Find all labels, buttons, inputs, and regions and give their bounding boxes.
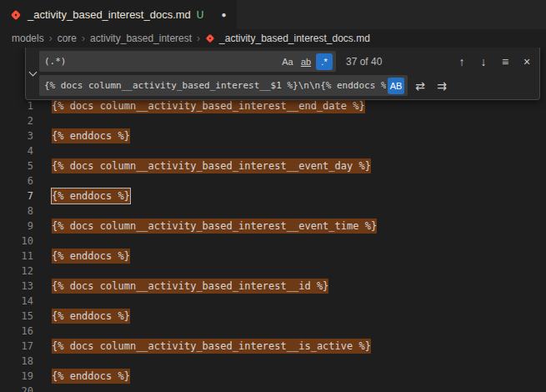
replace-all-icon[interactable]: ⇉ (433, 77, 451, 95)
git-status-badge: U (197, 9, 204, 21)
previous-match-icon[interactable]: ↑ (453, 53, 471, 71)
line-number: 3 (0, 128, 33, 143)
tab-filename: _activity_based_interest_docs.md (28, 8, 191, 21)
breadcrumb-item-activity-based-interest[interactable]: activity_based_interest (90, 33, 192, 44)
line-number: 9 (0, 219, 33, 234)
line-number: 1 (0, 98, 33, 113)
breadcrumb: models › core › activity_based_interest … (0, 29, 546, 48)
match-case-toggle[interactable]: Aa (279, 53, 296, 70)
preserve-case-toggle[interactable]: AB (388, 78, 404, 94)
editor-line[interactable]: 5 {% docs column__activity_based_interes… (0, 158, 546, 173)
line-number: 10 (0, 234, 33, 249)
line-number: 16 (0, 324, 33, 339)
breadcrumb-item-models[interactable]: models (12, 33, 44, 44)
editor-line[interactable]: 18 (0, 354, 546, 369)
editor-line[interactable]: 6 (0, 173, 546, 188)
line-number: 8 (0, 204, 33, 219)
code-text[interactable]: {% docs column__activity_based_interest_… (52, 339, 371, 354)
line-number: 2 (0, 113, 33, 128)
line-number: 13 (0, 279, 33, 294)
code-text[interactable]: {% docs column__activity_based_interest_… (52, 219, 377, 234)
code-text[interactable]: {% enddocs %} (52, 369, 130, 384)
line-number: 18 (0, 354, 33, 369)
editor-line[interactable]: 3 {% enddocs %} (0, 128, 546, 143)
code-text[interactable]: {% docs column__activity_based_interest_… (52, 158, 371, 173)
close-icon[interactable]: × (518, 53, 536, 71)
editor-line[interactable]: 1 {% docs column__activity_based_interes… (0, 98, 546, 113)
find-rows: (.*) Aa ab .* 37 of 40 ↑ ↓ ≡ × {% docs c… (39, 48, 539, 99)
chevron-right-icon: › (49, 33, 53, 44)
code-text[interactable]: {% enddocs %} (52, 309, 130, 324)
code-text[interactable]: {% enddocs %} (52, 249, 130, 264)
replace-input-value[interactable]: {% docs column__activity_based_interest_… (44, 80, 386, 91)
editor-line[interactable]: 10 (0, 234, 546, 249)
find-input[interactable]: (.*) Aa ab .* (39, 51, 336, 72)
line-number: 14 (0, 294, 33, 309)
editor[interactable]: 1 {% docs column__activity_based_interes… (0, 48, 546, 392)
editor-line[interactable]: 11 {% enddocs %} (0, 249, 546, 264)
breadcrumb-item-core[interactable]: core (58, 33, 77, 44)
line-number: 19 (0, 369, 33, 384)
line-number: 5 (0, 158, 33, 173)
editor-line[interactable]: 12 (0, 264, 546, 279)
vscode-window: _activity_based_interest_docs.md U ● mod… (0, 0, 546, 392)
code-text[interactable]: {% enddocs %} (52, 128, 130, 143)
toggle-replace-chevron-icon[interactable] (26, 48, 39, 99)
dbt-file-icon (205, 33, 215, 43)
regex-toggle[interactable]: .* (316, 53, 333, 70)
code-text[interactable]: {% docs column__activity_based_interest_… (52, 98, 365, 113)
whole-word-toggle[interactable]: ab (298, 53, 314, 70)
editor-line[interactable]: 15 {% enddocs %} (0, 309, 546, 324)
replace-input[interactable]: {% docs column__activity_based_interest_… (39, 75, 408, 96)
tab-bar: _activity_based_interest_docs.md U ● (0, 0, 546, 29)
line-number: 20 (0, 384, 33, 392)
editor-line[interactable]: 8 (0, 204, 546, 219)
chevron-right-icon: › (197, 33, 200, 44)
line-number: 12 (0, 264, 33, 279)
editor-line[interactable]: 9 {% docs column__activity_based_interes… (0, 219, 546, 234)
editor-line[interactable]: 20 (0, 384, 546, 392)
dbt-file-icon (10, 9, 22, 21)
editor-line[interactable]: 4 (0, 143, 546, 158)
next-match-icon[interactable]: ↓ (474, 53, 493, 71)
breadcrumb-file[interactable]: _activity_based_interest_docs.md (205, 33, 370, 44)
code-text[interactable]: {% docs column__activity_based_interest_… (52, 279, 328, 294)
editor-line[interactable]: 14 (0, 294, 546, 309)
chevron-right-icon: › (82, 33, 85, 44)
find-row: (.*) Aa ab .* 37 of 40 ↑ ↓ ≡ × (39, 51, 536, 72)
editor-line[interactable]: 19 {% enddocs %} (0, 369, 546, 384)
line-number: 17 (0, 339, 33, 354)
unsaved-dot[interactable]: ● (222, 10, 227, 19)
editor-line[interactable]: 7 {% enddocs %} (0, 188, 546, 204)
line-number: 7 (0, 188, 33, 204)
editor-line[interactable]: 17 {% docs column__activity_based_intere… (0, 339, 546, 354)
tab-activity-docs[interactable]: _activity_based_interest_docs.md U ● (0, 0, 237, 29)
breadcrumb-file-label: _activity_based_interest_docs.md (219, 33, 370, 44)
line-number: 4 (0, 143, 33, 158)
match-count: 37 of 40 (346, 56, 382, 68)
line-number: 11 (0, 249, 33, 264)
line-number: 15 (0, 309, 33, 324)
code-text[interactable]: {% enddocs %} (52, 188, 130, 204)
find-widget: (.*) Aa ab .* 37 of 40 ↑ ↓ ≡ × {% docs c… (25, 48, 540, 100)
replace-row: {% docs column__activity_based_interest_… (39, 75, 536, 96)
editor-line[interactable]: 2 (0, 113, 546, 128)
editor-line[interactable]: 13 {% docs column__activity_based_intere… (0, 279, 546, 294)
find-input-value[interactable]: (.*) (44, 56, 278, 67)
find-in-selection-icon[interactable]: ≡ (496, 53, 514, 71)
editor-line[interactable]: 16 (0, 324, 546, 339)
chevron-down-icon (28, 68, 37, 77)
replace-icon[interactable]: ⇄ (411, 77, 429, 95)
line-number: 6 (0, 173, 33, 188)
